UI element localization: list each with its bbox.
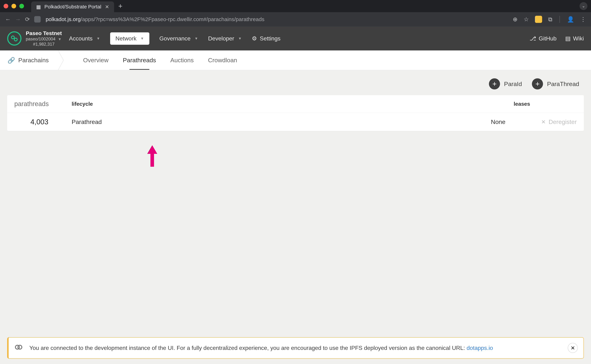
zoom-icon[interactable]: ⊕	[513, 16, 517, 23]
svg-point-0	[12, 36, 14, 39]
banner-link[interactable]: dotapps.io	[467, 345, 493, 351]
svg-point-1	[14, 38, 17, 41]
row-lifecycle: Parathread	[72, 118, 102, 125]
table-row: 4,003 Parathread None ✕ Deregister	[7, 113, 584, 131]
browser-tab[interactable]: ▦ Polkadot/Substrate Portal ✕	[31, 1, 114, 12]
chain-name: Paseo Testnet	[26, 30, 62, 37]
menu-label: Network	[115, 35, 136, 42]
extensions-menu-icon[interactable]: ⧉	[548, 16, 552, 23]
github-link[interactable]: ⎇GitHub	[530, 35, 557, 42]
tab-close-icon[interactable]: ✕	[105, 4, 109, 10]
plus-icon: +	[489, 78, 500, 89]
parathreads-table: parathreads lifecycle leases 4,003 Parat…	[7, 95, 584, 131]
chevron-down-icon: ▼	[141, 37, 144, 41]
breadcrumb-label: Parachains	[18, 57, 49, 64]
new-tab-button[interactable]: +	[118, 2, 122, 10]
link-label: GitHub	[539, 35, 557, 42]
address-bar[interactable]: polkadot.js.org/apps/?rpc=wss%3A%2F%2Fpa…	[46, 16, 264, 22]
row-leases: None	[491, 118, 505, 125]
tab-list-icon[interactable]: ⌄	[579, 2, 587, 10]
row-para-id: 4,003	[14, 118, 64, 126]
action-label: ParaId	[504, 80, 522, 87]
annotation-arrow-icon	[147, 145, 158, 167]
table-header: parathreads lifecycle leases	[7, 95, 584, 113]
tab-overview[interactable]: Overview	[83, 51, 108, 70]
svg-marker-2	[147, 145, 157, 167]
sub-navigation: 🔗Parachains Overview Parathreads Auction…	[0, 51, 591, 70]
window-controls	[4, 4, 24, 8]
browser-tab-bar: ▦ Polkadot/Substrate Portal ✕ + ⌄	[0, 0, 591, 12]
breadcrumb[interactable]: 🔗Parachains	[0, 51, 58, 70]
kebab-menu-icon[interactable]: ⋮	[580, 16, 586, 23]
window-close-icon[interactable]	[4, 4, 8, 8]
deregister-button[interactable]: ✕ Deregister	[541, 118, 577, 125]
url-host: polkadot.js.org	[46, 16, 81, 22]
menu-governance[interactable]: Governance▼	[159, 35, 198, 42]
window-zoom-icon[interactable]	[19, 4, 24, 8]
bookmark-icon[interactable]: ☆	[524, 16, 529, 23]
menu-settings[interactable]: ⚙Settings	[252, 35, 281, 42]
top-menu: Accounts▼ Network▼ Governance▼ Developer…	[69, 32, 281, 45]
app-topbar: Paseo Testnet paseo/1002004▼ #1,982,317 …	[0, 26, 591, 51]
close-icon: ✕	[541, 119, 546, 125]
window-minimize-icon[interactable]	[12, 4, 16, 8]
menu-label: Developer	[208, 35, 234, 42]
menu-label: Settings	[260, 35, 281, 42]
profile-icon[interactable]: 👤	[567, 16, 574, 23]
banner-message: You are connected to the development ins…	[29, 345, 561, 351]
chain-block: #1,982,317	[26, 42, 62, 47]
banner-close-button[interactable]: ✕	[568, 343, 578, 353]
plus-icon: +	[532, 78, 543, 89]
link-icon	[14, 343, 23, 353]
chevron-down-icon: ▼	[96, 37, 100, 41]
chevron-down-icon: ▼	[238, 37, 242, 41]
reload-icon[interactable]: ⟳	[25, 16, 30, 23]
add-paraid-button[interactable]: + ParaId	[489, 78, 522, 89]
browser-toolbar-icons: ⊕ ☆ ⧉ 👤 ⋮	[513, 16, 586, 23]
info-banner: You are connected to the development ins…	[7, 337, 584, 359]
table-title: parathreads	[14, 100, 64, 108]
add-parathread-button[interactable]: + ParaThread	[532, 78, 579, 89]
svg-point-4	[18, 345, 22, 349]
column-leases: leases	[514, 101, 530, 107]
page-actions: + ParaId + ParaThread	[7, 77, 584, 95]
browser-nav-bar: ← → ⟳ polkadot.js.org/apps/?rpc=wss%3A%2…	[0, 12, 591, 26]
chevron-down-icon: ▼	[58, 37, 62, 41]
column-lifecycle: lifecycle	[72, 101, 93, 107]
url-path: /apps/?rpc=wss%3A%2F%2Fpaseo-rpc.dwellir…	[81, 16, 264, 22]
link-icon: 🔗	[7, 57, 15, 64]
chain-spec: paseo/1002004	[26, 37, 55, 42]
page-content: + ParaId + ParaThread parathreads lifecy…	[0, 70, 591, 337]
top-right-links: ⎇GitHub ▤Wiki	[530, 35, 584, 42]
link-label: Wiki	[573, 35, 584, 42]
extension-icon[interactable]	[535, 16, 542, 23]
chain-info[interactable]: Paseo Testnet paseo/1002004▼ #1,982,317	[26, 30, 62, 47]
wiki-link[interactable]: ▤Wiki	[565, 35, 584, 42]
menu-network[interactable]: Network▼	[110, 32, 149, 45]
banner-text: You are connected to the development ins…	[29, 345, 467, 351]
chevron-down-icon: ▼	[195, 37, 198, 41]
tab-crowdloan[interactable]: Crowdloan	[208, 51, 237, 70]
chain-logo-icon[interactable]	[7, 31, 21, 46]
button-label: Deregister	[549, 118, 577, 125]
menu-accounts[interactable]: Accounts▼	[69, 35, 100, 42]
action-label: ParaThread	[547, 80, 579, 87]
menu-label: Governance	[159, 35, 191, 42]
tab-auctions[interactable]: Auctions	[170, 51, 194, 70]
gear-icon: ⚙	[252, 35, 257, 42]
git-branch-icon: ⎇	[530, 35, 536, 42]
separator	[559, 16, 560, 23]
menu-label: Accounts	[69, 35, 93, 42]
menu-developer[interactable]: Developer▼	[208, 35, 242, 42]
tab-favicon-icon: ▦	[36, 4, 41, 10]
book-icon: ▤	[565, 35, 571, 42]
back-icon[interactable]: ←	[5, 16, 11, 23]
subtabs: Overview Parathreads Auctions Crowdloan	[83, 51, 237, 70]
tab-parathreads[interactable]: Parathreads	[123, 51, 156, 70]
forward-icon: →	[15, 16, 21, 23]
site-info-icon[interactable]	[34, 16, 41, 23]
tab-title: Polkadot/Substrate Portal	[44, 4, 101, 10]
